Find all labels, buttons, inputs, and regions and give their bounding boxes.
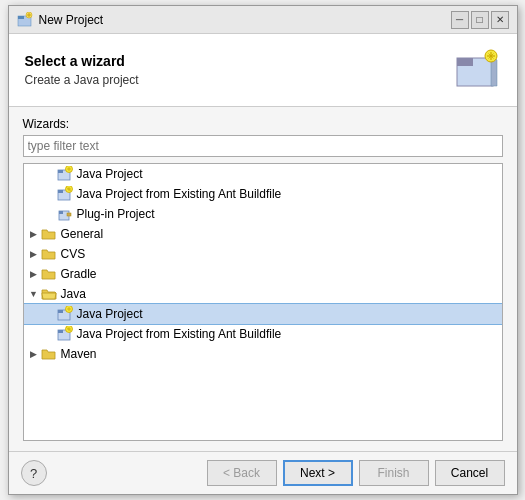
next-button[interactable]: Next > bbox=[283, 460, 353, 486]
svg-rect-28 bbox=[58, 310, 63, 313]
header-text: Select a wizard Create a Java project bbox=[25, 53, 139, 87]
java-project-icon bbox=[57, 306, 73, 322]
item-label: CVS bbox=[61, 247, 86, 261]
svg-rect-6 bbox=[457, 58, 473, 66]
nav-buttons: < Back Next > Finish Cancel bbox=[207, 460, 505, 486]
list-item[interactable]: ▶ CVS bbox=[24, 244, 502, 264]
wizards-label: Wizards: bbox=[23, 117, 503, 131]
title-bar: New Project ─ □ ✕ bbox=[9, 6, 517, 34]
new-project-dialog: New Project ─ □ ✕ Select a wizard Create… bbox=[8, 5, 518, 495]
expand-icon bbox=[44, 208, 56, 220]
expand-icon[interactable]: ▶ bbox=[28, 268, 40, 280]
java-project-icon bbox=[57, 166, 73, 182]
list-item[interactable]: Java Project from Existing Ant Buildfile bbox=[24, 324, 502, 344]
item-label: Java Project from Existing Ant Buildfile bbox=[77, 327, 282, 341]
wizard-subtitle: Create a Java project bbox=[25, 73, 139, 87]
dialog-icon bbox=[17, 12, 33, 28]
minimize-button[interactable]: ─ bbox=[451, 11, 469, 29]
list-item[interactable]: ▶ General bbox=[24, 224, 502, 244]
plugin-icon bbox=[57, 206, 73, 222]
list-item[interactable]: ▼ Java bbox=[24, 284, 502, 304]
item-label: Java Project from Existing Ant Buildfile bbox=[77, 187, 282, 201]
back-button[interactable]: < Back bbox=[207, 460, 277, 486]
cancel-button[interactable]: Cancel bbox=[435, 460, 505, 486]
list-item[interactable]: Java Project bbox=[24, 304, 502, 324]
svg-rect-14 bbox=[58, 170, 63, 173]
filter-input[interactable] bbox=[23, 135, 503, 157]
item-label: Maven bbox=[61, 347, 97, 361]
finish-button[interactable]: Finish bbox=[359, 460, 429, 486]
expand-icon[interactable]: ▼ bbox=[28, 288, 40, 300]
list-item[interactable]: Java Project bbox=[24, 164, 502, 184]
list-item[interactable]: Plug-in Project bbox=[24, 204, 502, 224]
item-label: General bbox=[61, 227, 104, 241]
list-item[interactable]: ▶ Maven bbox=[24, 344, 502, 364]
item-label: Plug-in Project bbox=[77, 207, 155, 221]
expand-icon bbox=[44, 328, 56, 340]
expand-icon[interactable]: ▶ bbox=[28, 248, 40, 260]
java-ant-icon bbox=[57, 186, 73, 202]
wizard-tree[interactable]: Java Project Java Project from Exis bbox=[23, 163, 503, 441]
wizard-header-icon bbox=[453, 46, 501, 94]
item-label: Java Project bbox=[77, 307, 143, 321]
expand-icon[interactable]: ▶ bbox=[28, 228, 40, 240]
wizard-title: Select a wizard bbox=[25, 53, 139, 69]
svg-rect-33 bbox=[58, 330, 63, 333]
expand-icon bbox=[44, 308, 56, 320]
list-item[interactable]: Java Project from Existing Ant Buildfile bbox=[24, 184, 502, 204]
svg-rect-1 bbox=[18, 16, 24, 19]
svg-rect-26 bbox=[67, 213, 71, 216]
maximize-button[interactable]: □ bbox=[471, 11, 489, 29]
item-label: Java Project bbox=[77, 167, 143, 181]
item-label: Gradle bbox=[61, 267, 97, 281]
folder-icon bbox=[41, 266, 57, 282]
expand-icon bbox=[44, 168, 56, 180]
dialog-title: New Project bbox=[39, 13, 451, 27]
close-button[interactable]: ✕ bbox=[491, 11, 509, 29]
java-ant-icon bbox=[57, 326, 73, 342]
window-controls: ─ □ ✕ bbox=[451, 11, 509, 29]
expand-icon[interactable]: ▶ bbox=[28, 348, 40, 360]
item-label: Java bbox=[61, 287, 86, 301]
folder-icon bbox=[41, 346, 57, 362]
folder-icon bbox=[41, 226, 57, 242]
folder-icon bbox=[41, 246, 57, 262]
content-section: Wizards: Java Project bbox=[9, 107, 517, 451]
svg-rect-19 bbox=[58, 190, 63, 193]
button-bar: ? < Back Next > Finish Cancel bbox=[9, 451, 517, 494]
svg-rect-25 bbox=[59, 211, 63, 214]
list-item[interactable]: ▶ Gradle bbox=[24, 264, 502, 284]
help-button[interactable]: ? bbox=[21, 460, 47, 486]
expand-icon bbox=[44, 188, 56, 200]
wizard-header: Select a wizard Create a Java project bbox=[9, 34, 517, 107]
folder-open-icon bbox=[41, 286, 57, 302]
